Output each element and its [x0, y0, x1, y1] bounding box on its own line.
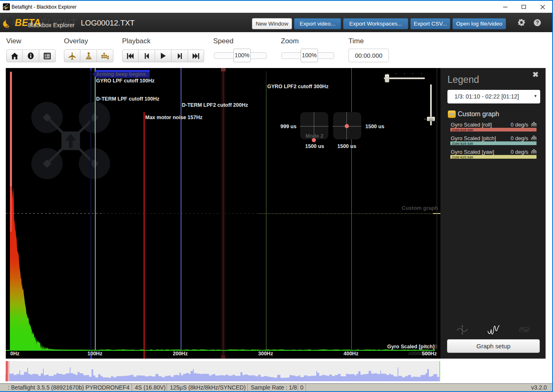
svg-text:?: ?	[536, 20, 539, 26]
